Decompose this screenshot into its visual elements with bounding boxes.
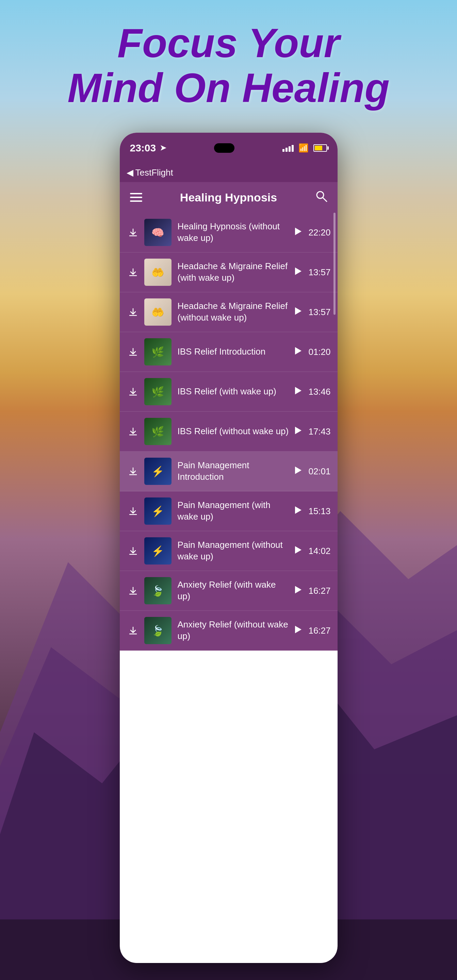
play-button[interactable]: [293, 267, 302, 278]
track-info: IBS Relief (without wake up): [178, 426, 290, 437]
track-duration: 14:02: [307, 546, 331, 556]
svg-marker-16: [295, 626, 301, 633]
track-item[interactable]: ⚡Pain Management (without wake up) 14:02: [120, 531, 338, 571]
track-controls: 13:57: [293, 267, 331, 278]
track-duration: 22:20: [307, 227, 331, 238]
download-icon[interactable]: [127, 425, 140, 438]
scroll-indicator: [333, 213, 336, 315]
back-navigation[interactable]: ◀ TestFlight: [120, 163, 338, 182]
download-icon[interactable]: [127, 226, 140, 239]
play-button[interactable]: [293, 546, 302, 557]
download-icon[interactable]: [127, 465, 140, 478]
svg-marker-10: [295, 387, 301, 395]
track-title: IBS Relief (with wake up): [178, 386, 276, 396]
play-button[interactable]: [293, 347, 302, 358]
svg-line-5: [323, 198, 326, 202]
track-info: Pain Management (without wake up): [178, 539, 290, 563]
play-button[interactable]: [293, 386, 302, 398]
play-button[interactable]: [293, 307, 302, 318]
track-info: IBS Relief Introduction: [178, 346, 290, 358]
nav-title: Healing Hypnosis: [180, 191, 277, 204]
track-duration: 16:27: [307, 625, 331, 636]
hamburger-line-3: [130, 200, 142, 202]
track-info: Anxiety Relief (without wake up): [178, 619, 290, 642]
download-icon[interactable]: [127, 305, 140, 318]
track-item[interactable]: ⚡Pain Management (with wake up) 15:13: [120, 492, 338, 531]
track-item[interactable]: 🌿IBS Relief (with wake up) 13:46: [120, 372, 338, 412]
track-item[interactable]: 🤲Headache & Migraine Relief (with wake u…: [120, 253, 338, 292]
status-bar: 23:03 ➤ 📶: [120, 133, 338, 163]
track-controls: 16:27: [293, 625, 331, 636]
track-item[interactable]: 🍃Anxiety Relief (without wake up) 16:27: [120, 611, 338, 651]
download-icon[interactable]: [127, 266, 140, 279]
track-item[interactable]: 🤲Headache & Migraine Relief (without wak…: [120, 292, 338, 332]
location-icon: ➤: [160, 143, 166, 153]
svg-marker-11: [295, 427, 301, 434]
download-icon[interactable]: [127, 624, 140, 637]
track-info: Anxiety Relief (with wake up): [178, 579, 290, 602]
track-controls: 22:20: [293, 227, 331, 238]
battery-fill: [315, 146, 322, 150]
track-duration: 16:27: [307, 585, 331, 596]
track-controls: 13:57: [293, 307, 331, 318]
headline-line1: Focus Your: [0, 21, 457, 65]
track-info: IBS Relief (with wake up): [178, 386, 290, 398]
track-title: Pain Management Introduction: [178, 460, 249, 482]
svg-marker-13: [295, 506, 301, 514]
signal-icon: [282, 144, 294, 152]
play-button[interactable]: [293, 227, 302, 238]
status-left: 23:03 ➤: [130, 142, 166, 154]
track-duration: 17:43: [307, 426, 331, 437]
headline: Focus Your Mind On Healing: [0, 21, 457, 110]
track-title: Headache & Migraine Relief (without wake…: [178, 301, 288, 323]
hamburger-menu[interactable]: [130, 193, 142, 202]
track-controls: 01:20: [293, 347, 331, 358]
track-item[interactable]: 🌿IBS Relief (without wake up) 17:43: [120, 412, 338, 452]
track-info: Pain Management Introduction: [178, 460, 290, 483]
hamburger-line-2: [130, 197, 142, 198]
track-title: Healing Hypnosis (without wake up): [178, 221, 280, 243]
signal-bar-1: [282, 149, 285, 152]
track-duration: 02:01: [307, 466, 331, 477]
download-icon[interactable]: [127, 345, 140, 358]
svg-marker-9: [295, 347, 301, 355]
track-item[interactable]: ⚡Pain Management Introduction 02:01: [120, 452, 338, 492]
download-icon[interactable]: [127, 385, 140, 398]
download-icon[interactable]: [127, 584, 140, 597]
hamburger-line-1: [130, 193, 142, 194]
status-time: 23:03: [130, 142, 156, 154]
track-title: Anxiety Relief (with wake up): [178, 579, 276, 601]
content-area: 🧠Healing Hypnosis (without wake up) 22:2…: [120, 213, 338, 651]
signal-bar-3: [288, 146, 291, 152]
track-title: Pain Management (with wake up): [178, 500, 271, 522]
track-duration: 13:57: [307, 267, 331, 278]
download-icon[interactable]: [127, 504, 140, 517]
track-title: Pain Management (without wake up): [178, 540, 283, 562]
track-title: IBS Relief (without wake up): [178, 426, 289, 436]
track-controls: 15:13: [293, 506, 331, 517]
track-controls: 16:27: [293, 585, 331, 597]
track-item[interactable]: 🌿IBS Relief Introduction 01:20: [120, 332, 338, 372]
svg-marker-7: [295, 267, 301, 275]
track-info: Healing Hypnosis (without wake up): [178, 221, 290, 244]
search-button[interactable]: [315, 190, 327, 205]
play-button[interactable]: [293, 585, 302, 597]
track-duration: 15:13: [307, 506, 331, 517]
track-item[interactable]: 🍃Anxiety Relief (with wake up) 16:27: [120, 571, 338, 611]
play-button[interactable]: [293, 625, 302, 636]
back-arrow-icon: ◀: [127, 167, 134, 178]
signal-bar-4: [291, 145, 294, 152]
play-button[interactable]: [293, 506, 302, 517]
play-button[interactable]: [293, 466, 302, 477]
track-info: Headache & Migraine Relief (with wake up…: [178, 261, 290, 284]
track-item[interactable]: 🧠Healing Hypnosis (without wake up) 22:2…: [120, 213, 338, 253]
download-icon[interactable]: [127, 544, 140, 557]
track-title: IBS Relief Introduction: [178, 347, 266, 356]
play-button[interactable]: [293, 426, 302, 437]
back-label: TestFlight: [135, 167, 173, 178]
track-controls: 13:46: [293, 386, 331, 398]
wifi-icon: 📶: [298, 143, 309, 153]
svg-marker-12: [295, 466, 301, 474]
svg-marker-8: [295, 307, 301, 315]
phone-frame: 23:03 ➤ 📶 ◀ TestFlight: [120, 133, 338, 963]
